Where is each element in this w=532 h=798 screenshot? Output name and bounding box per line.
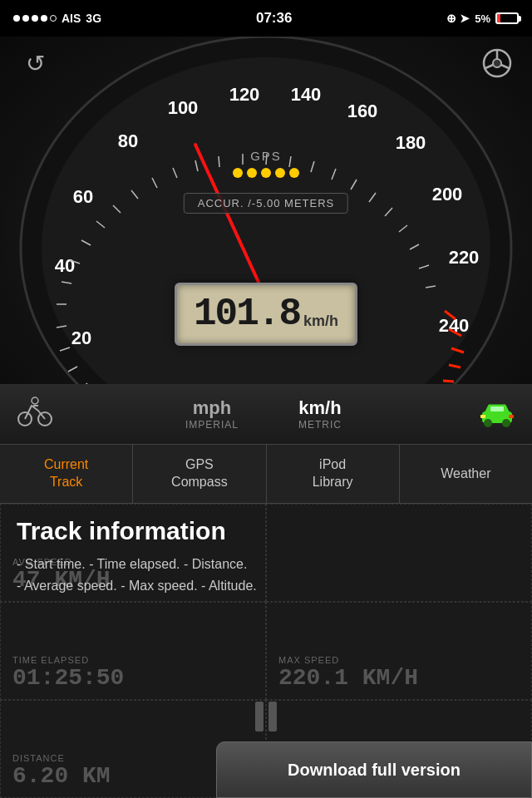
stat-cell-max-speed: MAX SPEED 220.1 KM/H: [266, 602, 532, 700]
gps-dot-4: [275, 168, 285, 178]
svg-text:180: 180: [396, 132, 426, 153]
speedometer-section: 0 20 40 60 80 100 120 140 160 180 200 22…: [0, 37, 532, 444]
units-bar: mph IMPERIAL km/h METRIC: [0, 384, 532, 444]
speed-unit: km/h: [303, 313, 338, 330]
time-label: 07:36: [256, 10, 292, 27]
svg-text:140: 140: [291, 84, 322, 105]
svg-text:120: 120: [229, 84, 260, 105]
metric-unit-label: METRIC: [266, 419, 374, 431]
download-label: Download full version: [288, 761, 461, 780]
svg-line-20: [443, 381, 454, 382]
gps-dot-2: [247, 168, 257, 178]
svg-text:60: 60: [73, 186, 93, 207]
svg-text:40: 40: [55, 255, 75, 276]
svg-point-56: [493, 59, 501, 67]
gps-dot-1: [233, 168, 243, 178]
battery-pct-label: 5%: [475, 12, 490, 25]
accuracy-display: ACCUR. /-5.00 METERS: [184, 193, 348, 214]
refresh-icon: ↺: [26, 50, 45, 77]
signal-dot-3: [32, 15, 38, 22]
gps-dots: [233, 168, 299, 178]
svg-point-64: [484, 419, 492, 427]
signal-dot-5: [50, 15, 57, 22]
download-button[interactable]: Download full version: [216, 741, 532, 798]
status-right: ⊕ ➤ 5%: [446, 12, 519, 25]
speed-display: 101.8 km/h: [175, 283, 357, 346]
signal-dots: [13, 15, 57, 22]
refresh-button[interactable]: ↺: [17, 45, 53, 81]
max-speed-value: 220.1 KM/H: [278, 665, 520, 691]
gps-dot-5: [289, 168, 299, 178]
steer-button[interactable]: [479, 45, 515, 81]
status-left: AIS 3G: [13, 12, 101, 25]
stat-cell-empty-top-right: [266, 504, 532, 602]
svg-line-59: [501, 65, 509, 68]
metric-unit-name: km/h: [266, 397, 374, 419]
location-icon: ⊕ ➤: [446, 12, 470, 25]
bike-icon[interactable]: [17, 396, 53, 434]
tab-weather[interactable]: Weather: [400, 445, 532, 503]
tab-bar: Current Track GPS Compass iPod Library W…: [0, 444, 532, 504]
steering-icon: [482, 48, 512, 78]
svg-text:20: 20: [71, 328, 91, 348]
pause-bar-1: [255, 702, 264, 732]
signal-dot-1: [13, 15, 20, 22]
gps-dot-3: [261, 168, 271, 178]
imperial-unit-label: IMPERIAL: [158, 419, 266, 431]
battery-icon: [495, 12, 519, 24]
avg-speed-value: 47 KM/H: [12, 567, 254, 593]
svg-text:220: 220: [449, 247, 480, 268]
stat-cell-time-elapsed: TIME ELAPSED 01:25:50: [0, 602, 266, 700]
metric-unit[interactable]: km/h METRIC: [266, 391, 374, 437]
carrier-label: AIS: [62, 12, 81, 25]
tab-current-track[interactable]: Current Track: [0, 445, 133, 503]
pause-bar-2: [268, 702, 277, 732]
time-elapsed-label: TIME ELAPSED: [12, 655, 254, 665]
tab-gps-compass[interactable]: GPS Compass: [133, 445, 266, 503]
svg-rect-66: [490, 406, 504, 411]
battery-fill: [497, 14, 500, 22]
time-elapsed-value: 01:25:50: [12, 665, 254, 691]
avg-speed-label: AVG SPEED: [12, 557, 254, 567]
svg-text:160: 160: [347, 101, 378, 121]
car-icon[interactable]: [479, 401, 515, 434]
signal-dot-2: [22, 15, 29, 22]
max-speed-label: MAX SPEED: [278, 655, 520, 665]
svg-rect-67: [480, 415, 485, 418]
svg-text:200: 200: [432, 184, 463, 204]
stat-cell-avg-speed: AVG SPEED 47 KM/H: [0, 504, 266, 602]
bottom-section: AVG SPEED 47 KM/H TIME ELAPSED 01:25:50 …: [0, 504, 532, 798]
svg-text:100: 100: [168, 97, 199, 118]
gauge-svg: 0 20 40 60 80 100 120 140 160 180 200 22…: [0, 37, 532, 444]
tab-ipod-library[interactable]: iPod Library: [267, 445, 400, 503]
svg-line-38: [219, 156, 219, 167]
imperial-unit-name: mph: [158, 397, 266, 419]
svg-point-62: [32, 397, 38, 404]
gps-label: GPS: [250, 149, 282, 163]
pause-overlay: [255, 702, 277, 732]
speed-value: 101.8: [194, 293, 300, 336]
imperial-unit[interactable]: mph IMPERIAL: [158, 391, 266, 437]
svg-line-58: [485, 65, 493, 68]
svg-rect-68: [509, 415, 514, 418]
svg-point-65: [502, 419, 510, 427]
svg-text:80: 80: [118, 131, 138, 151]
signal-dot-4: [41, 15, 47, 22]
network-label: 3G: [86, 12, 101, 25]
status-bar: AIS 3G 07:36 ⊕ ➤ 5%: [0, 0, 532, 37]
